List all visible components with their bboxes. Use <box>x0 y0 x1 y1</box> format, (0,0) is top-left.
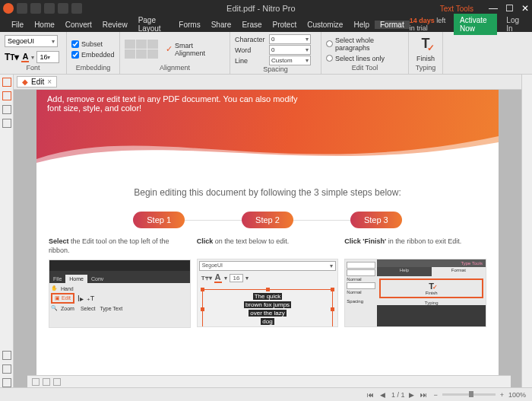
qat-redo-icon[interactable] <box>71 3 82 14</box>
menu-home[interactable]: Home <box>29 21 60 29</box>
group-label-edittool: Edit Tool <box>326 64 404 73</box>
editable-text-box[interactable]: The quick brown fox jumps over the lazy … <box>202 289 334 327</box>
contextual-tab-label: Text Tools <box>440 5 473 13</box>
zoom-level: 100% <box>508 391 526 399</box>
finish-button[interactable]: T Finish <box>413 34 438 64</box>
intro-text: Begin editing this document by following… <box>36 187 499 198</box>
menu-forms[interactable]: Forms <box>173 21 205 29</box>
step2-pill: Step 2 <box>242 212 293 228</box>
font-family-select[interactable]: SegoeUI▾ <box>5 35 58 47</box>
qat-print-icon[interactable] <box>44 3 55 14</box>
zoom-slider[interactable] <box>442 393 496 396</box>
group-label-alignment: Alignment <box>125 64 225 73</box>
menu-convert[interactable]: Convert <box>60 21 97 29</box>
step3-pill: Step 3 <box>350 212 402 228</box>
embedded-checkbox[interactable]: Embedded <box>71 51 115 59</box>
login-button[interactable]: Log In <box>502 16 526 33</box>
trial-status: 14 days left in trial <box>410 17 449 32</box>
alignment-grid[interactable] <box>125 40 158 59</box>
zoom-out-icon[interactable]: − <box>433 391 437 399</box>
maximize-icon[interactable]: ☐ <box>505 3 514 14</box>
step3-caption: Click 'Finish' in the ribbon to exit Edi… <box>344 237 486 254</box>
panel-signatures-icon[interactable] <box>2 351 11 360</box>
finish-button-highlight: T Finish <box>379 278 483 298</box>
hero-line1: Add, remove or edit text in any PDF docu… <box>47 94 488 103</box>
menu-file[interactable]: File <box>6 21 29 29</box>
edit-tool-highlight: ▣ Edit <box>51 293 74 304</box>
select-paragraphs-radio[interactable]: Select whole paragraphs <box>326 37 404 52</box>
step-connector <box>293 220 350 221</box>
zoom-in-icon[interactable]: + <box>500 391 504 399</box>
vertical-scrollbar[interactable] <box>521 75 532 387</box>
step1-caption: Select the Edit tool on the top left of … <box>49 237 191 255</box>
font-color-icon[interactable]: A <box>21 52 29 62</box>
menu-review[interactable]: Review <box>97 21 133 29</box>
panel-comments-icon[interactable] <box>2 364 11 374</box>
panel-attachments-icon[interactable] <box>2 119 11 128</box>
qat-open-icon[interactable] <box>17 3 27 14</box>
page-nav-last-icon[interactable]: ⏭ <box>420 391 429 399</box>
character-spacing-input[interactable]: 0▾ <box>269 34 311 44</box>
panel-output-icon[interactable] <box>2 378 11 387</box>
menu-share[interactable]: Share <box>206 21 237 29</box>
view-single-icon[interactable] <box>32 378 40 386</box>
qat-save-icon[interactable] <box>30 3 41 14</box>
line-spacing-input[interactable]: Custom▾ <box>269 56 311 65</box>
page-indicator: 1 / 1 <box>391 391 405 399</box>
close-icon[interactable]: ✕ <box>521 3 529 14</box>
group-label-font: Font <box>5 64 62 73</box>
view-continuous-icon[interactable] <box>43 378 50 386</box>
menu-erase[interactable]: Erase <box>236 21 267 29</box>
hero-wave-graphic <box>36 129 499 167</box>
hero-line2: font size, style, and color! <box>47 103 488 113</box>
app-logo <box>3 3 14 14</box>
view-facing-icon[interactable] <box>53 378 61 386</box>
panel-layers-icon[interactable] <box>2 105 11 114</box>
qat-undo-icon[interactable] <box>58 3 68 14</box>
font-style-icon[interactable]: TT▾ <box>5 52 19 62</box>
menu-pagelayout[interactable]: Page Layout <box>133 16 174 33</box>
font-size-select[interactable]: 16▾ <box>36 51 59 63</box>
panel-pages-icon[interactable] <box>2 78 11 87</box>
window-title: Edit.pdf - Nitro Pro <box>82 4 440 13</box>
finish-icon: T <box>422 36 430 52</box>
group-label-typing: Typing <box>413 64 438 73</box>
step-connector <box>185 220 242 221</box>
menu-help[interactable]: Help <box>348 21 375 29</box>
subset-checkbox[interactable]: Subset <box>71 40 103 48</box>
close-tab-icon[interactable]: × <box>47 78 52 86</box>
left-panel-toolbar <box>0 75 14 387</box>
menu-customize[interactable]: Customize <box>302 21 348 29</box>
page-nav-first-icon[interactable]: ⏮ <box>367 391 375 399</box>
step1-pill: Step 1 <box>133 212 185 228</box>
page-nav-next-icon[interactable]: ▶ <box>409 391 416 399</box>
step2-caption: Click on the text below to edit. <box>197 237 339 254</box>
step1-thumbnail: FileHomeConv ✋Hand ▣ EditI▸₊T 🔍ZoomSelec… <box>49 259 191 328</box>
check-icon: ✓ <box>166 44 173 54</box>
document-tab-icon: ◆ <box>22 78 28 86</box>
step3-thumbnail: Normal Normal Spacing Type Tools HelpFor… <box>344 259 486 327</box>
group-label-spacing: Spacing <box>235 65 316 73</box>
minimize-icon[interactable]: — <box>489 3 498 14</box>
activate-button[interactable]: Activate Now <box>454 14 497 35</box>
step2-thumbnail: SegoeUI▾ Tᴛ▾A▾ 16▾ The quick brown fox j… <box>197 259 339 327</box>
menu-format[interactable]: Format <box>375 21 410 29</box>
document-tab[interactable]: ◆ Edit × <box>17 76 57 88</box>
menu-protect[interactable]: Protect <box>268 21 302 29</box>
panel-bookmarks-icon[interactable] <box>2 91 11 100</box>
page-nav-prev-icon[interactable]: ◀ <box>380 391 387 399</box>
group-label-embedding: Embedding <box>71 64 115 73</box>
word-spacing-input[interactable]: 0▾ <box>269 45 311 55</box>
smart-alignment-toggle[interactable]: Smart Alignment <box>175 42 225 57</box>
select-lines-radio[interactable]: Select lines only <box>326 55 404 62</box>
